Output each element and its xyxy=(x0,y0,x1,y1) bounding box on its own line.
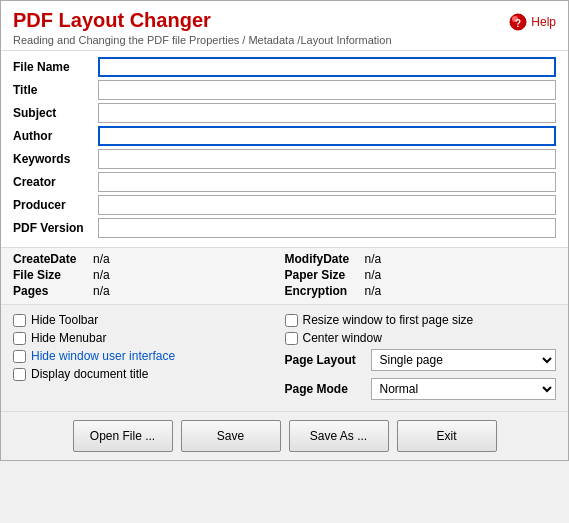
producer-input[interactable] xyxy=(98,195,556,215)
file-size-row: File Size n/a xyxy=(13,268,285,282)
app-title: PDF Layout Changer xyxy=(13,9,392,32)
main-window: PDF Layout Changer Reading and Changing … xyxy=(0,0,569,461)
title-label: Title xyxy=(13,83,98,97)
pages-label: Pages xyxy=(13,284,93,298)
creator-input[interactable] xyxy=(98,172,556,192)
pdf-version-row: PDF Version xyxy=(13,218,556,238)
producer-label: Producer xyxy=(13,198,98,212)
creator-label: Creator xyxy=(13,175,98,189)
open-file-button[interactable]: Open File ... xyxy=(73,420,173,452)
svg-text:?: ? xyxy=(515,18,521,29)
keywords-input[interactable] xyxy=(98,149,556,169)
keywords-row: Keywords xyxy=(13,149,556,169)
paper-size-label: Paper Size xyxy=(285,268,365,282)
header-left: PDF Layout Changer Reading and Changing … xyxy=(13,9,392,46)
author-label: Author xyxy=(13,129,98,143)
save-as-button[interactable]: Save As ... xyxy=(289,420,389,452)
hide-menubar-label: Hide Menubar xyxy=(31,331,106,345)
subject-row: Subject xyxy=(13,103,556,123)
author-input[interactable] xyxy=(98,126,556,146)
options-right: Resize window to first page size Center … xyxy=(285,313,557,403)
paper-size-value: n/a xyxy=(365,268,382,282)
options-section: Hide Toolbar Hide Menubar Hide window us… xyxy=(1,305,568,412)
file-name-label: File Name xyxy=(13,60,98,74)
display-doc-title-label: Display document title xyxy=(31,367,148,381)
help-icon: ? xyxy=(509,13,527,31)
buttons-section: Open File ... Save Save As ... Exit xyxy=(1,412,568,460)
resize-window-row: Resize window to first page size xyxy=(285,313,557,327)
display-doc-title-row: Display document title xyxy=(13,367,285,381)
create-date-row: CreateDate n/a xyxy=(13,252,285,266)
hide-window-ui-row: Hide window user interface xyxy=(13,349,285,363)
file-name-input[interactable] xyxy=(98,57,556,77)
subject-label: Subject xyxy=(13,106,98,120)
modify-date-label: ModifyDate xyxy=(285,252,365,266)
hide-window-ui-checkbox[interactable] xyxy=(13,350,26,363)
page-layout-label: Page Layout xyxy=(285,353,365,367)
resize-window-checkbox[interactable] xyxy=(285,314,298,327)
encryption-row: Encryption n/a xyxy=(285,284,557,298)
page-layout-row: Page Layout Single pageTwo pagesContinuo… xyxy=(285,349,557,371)
center-window-row: Center window xyxy=(285,331,557,345)
creator-row: Creator xyxy=(13,172,556,192)
help-label: Help xyxy=(531,15,556,29)
hide-toolbar-row: Hide Toolbar xyxy=(13,313,285,327)
pdf-version-label: PDF Version xyxy=(13,221,98,235)
title-input[interactable] xyxy=(98,80,556,100)
pages-row: Pages n/a xyxy=(13,284,285,298)
file-name-row: File Name xyxy=(13,57,556,77)
create-date-value: n/a xyxy=(93,252,110,266)
file-size-label: File Size xyxy=(13,268,93,282)
encryption-value: n/a xyxy=(365,284,382,298)
center-window-checkbox[interactable] xyxy=(285,332,298,345)
subject-input[interactable] xyxy=(98,103,556,123)
save-button[interactable]: Save xyxy=(181,420,281,452)
hide-menubar-checkbox[interactable] xyxy=(13,332,26,345)
page-layout-select[interactable]: Single pageTwo pagesContinuousContinuous… xyxy=(371,349,557,371)
info-section: CreateDate n/a ModifyDate n/a File Size … xyxy=(1,248,568,305)
form-section: File Name Title Subject Author Keywords … xyxy=(1,51,568,248)
producer-row: Producer xyxy=(13,195,556,215)
encryption-label: Encryption xyxy=(285,284,365,298)
author-row: Author xyxy=(13,126,556,146)
resize-window-label: Resize window to first page size xyxy=(303,313,474,327)
modify-date-row: ModifyDate n/a xyxy=(285,252,557,266)
options-left: Hide Toolbar Hide Menubar Hide window us… xyxy=(13,313,285,403)
page-mode-label: Page Mode xyxy=(285,382,365,396)
display-doc-title-checkbox[interactable] xyxy=(13,368,26,381)
keywords-label: Keywords xyxy=(13,152,98,166)
hide-toolbar-checkbox[interactable] xyxy=(13,314,26,327)
hide-window-ui-label: Hide window user interface xyxy=(31,349,175,363)
file-size-value: n/a xyxy=(93,268,110,282)
help-button[interactable]: ? Help xyxy=(509,13,556,31)
info-grid: CreateDate n/a ModifyDate n/a File Size … xyxy=(13,252,556,298)
page-mode-row: Page Mode NormalBookmarks panelPages pan… xyxy=(285,378,557,400)
paper-size-row: Paper Size n/a xyxy=(285,268,557,282)
create-date-label: CreateDate xyxy=(13,252,93,266)
exit-button[interactable]: Exit xyxy=(397,420,497,452)
modify-date-value: n/a xyxy=(365,252,382,266)
hide-menubar-row: Hide Menubar xyxy=(13,331,285,345)
header: PDF Layout Changer Reading and Changing … xyxy=(1,1,568,51)
hide-toolbar-label: Hide Toolbar xyxy=(31,313,98,327)
center-window-label: Center window xyxy=(303,331,382,345)
title-row: Title xyxy=(13,80,556,100)
subtitle: Reading and Changing the PDF file Proper… xyxy=(13,34,392,46)
pdf-version-input[interactable] xyxy=(98,218,556,238)
pages-value: n/a xyxy=(93,284,110,298)
page-mode-select[interactable]: NormalBookmarks panelPages panelFull scr… xyxy=(371,378,557,400)
